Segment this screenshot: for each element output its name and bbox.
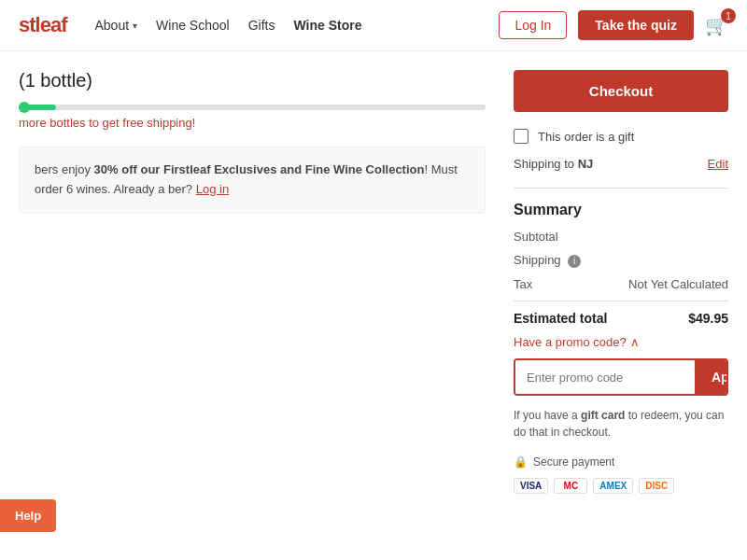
lock-icon: 🔒 xyxy=(514,455,528,469)
logo: stleaf xyxy=(19,13,66,37)
nav-item-gifts[interactable]: Gifts xyxy=(248,18,275,33)
promo-code-input[interactable] xyxy=(515,360,695,394)
estimated-total-row: Estimated total $49.95 xyxy=(514,311,728,326)
apply-promo-button[interactable]: Apply xyxy=(695,360,728,394)
subtotal-row: Subtotal xyxy=(514,230,728,244)
summary-divider-top xyxy=(514,188,728,189)
gift-checkbox[interactable] xyxy=(514,129,529,144)
nav-about-label: About xyxy=(94,18,129,33)
shipping-edit-link[interactable]: Edit xyxy=(708,157,728,171)
payment-icons: VISA MC AMEX DISC xyxy=(514,478,728,494)
free-shipping-message: more bottles to get free shipping! xyxy=(19,116,486,130)
promo-banner: bers enjoy 30% off our Firstleaf Exclusi… xyxy=(19,147,486,214)
main-content: (1 bottle) more bottles to get free ship… xyxy=(0,51,747,512)
order-summary-panel: Checkout This order is a gift Shipping t… xyxy=(514,70,728,494)
subtotal-label: Subtotal xyxy=(514,230,558,244)
shipping-fee-label: Shipping i xyxy=(514,253,581,268)
secure-payment-row: 🔒 Secure payment xyxy=(514,455,728,469)
promo-toggle[interactable]: Have a promo code? ∧ xyxy=(514,335,728,349)
secure-payment-label: Secure payment xyxy=(533,455,614,469)
cart-badge: 1 xyxy=(721,8,736,23)
visa-icon: VISA xyxy=(514,478,548,494)
cart-panel: (1 bottle) more bottles to get free ship… xyxy=(19,70,486,494)
gift-row: This order is a gift xyxy=(514,129,728,144)
main-nav: About ▾ Wine School Gifts Wine Store xyxy=(94,18,361,33)
mastercard-icon: MC xyxy=(554,478,587,494)
nav-item-wine-school[interactable]: Wine School xyxy=(156,18,230,33)
estimated-total-label: Estimated total xyxy=(514,311,607,326)
nav-gifts-label: Gifts xyxy=(248,18,275,33)
checkout-button[interactable]: Checkout xyxy=(514,70,728,112)
progress-bar-container xyxy=(19,105,486,110)
cart-title: (1 bottle) xyxy=(19,70,486,91)
header-actions: Log In Take the quiz 🛒 1 xyxy=(499,10,728,40)
promo-banner-text: bers enjoy 30% off our Firstleaf Exclusi… xyxy=(35,162,458,196)
promo-toggle-label: Have a promo code? xyxy=(514,335,627,349)
cart-button[interactable]: 🛒 1 xyxy=(705,14,728,36)
estimated-total-value: $49.95 xyxy=(688,311,728,326)
nav-wine-school-label: Wine School xyxy=(156,18,230,33)
login-button[interactable]: Log In xyxy=(499,11,567,39)
promo-input-row: Apply xyxy=(514,358,728,396)
gift-card-message: If you have a gift card to redeem, you c… xyxy=(514,407,728,441)
nav-item-wine-store[interactable]: Wine Store xyxy=(293,18,361,33)
chevron-up-icon: ∧ xyxy=(630,335,640,349)
shipping-state-label: Shipping to NJ xyxy=(514,157,593,171)
shipping-info-icon[interactable]: i xyxy=(568,255,581,268)
progress-dot xyxy=(19,102,30,113)
discover-icon: DISC xyxy=(639,478,674,494)
tax-value: Not Yet Calculated xyxy=(628,277,728,291)
nav-item-about[interactable]: About ▾ xyxy=(94,18,137,33)
chevron-down-icon: ▾ xyxy=(133,21,137,31)
gift-label: This order is a gift xyxy=(538,130,634,144)
help-button[interactable]: Help xyxy=(0,499,56,512)
nav-wine-store-label: Wine Store xyxy=(293,18,361,33)
shipping-row: Shipping to NJ Edit xyxy=(514,157,728,171)
quiz-button[interactable]: Take the quiz xyxy=(578,10,694,40)
summary-title: Summary xyxy=(514,202,728,218)
tax-label: Tax xyxy=(514,277,532,291)
header: stleaf About ▾ Wine School Gifts Wine St… xyxy=(0,0,747,51)
promo-login-link[interactable]: Log in xyxy=(196,182,229,196)
amex-icon: AMEX xyxy=(593,478,633,494)
summary-divider-middle xyxy=(514,301,728,301)
shipping-fee-row: Shipping i xyxy=(514,253,728,268)
tax-row: Tax Not Yet Calculated xyxy=(514,277,728,291)
